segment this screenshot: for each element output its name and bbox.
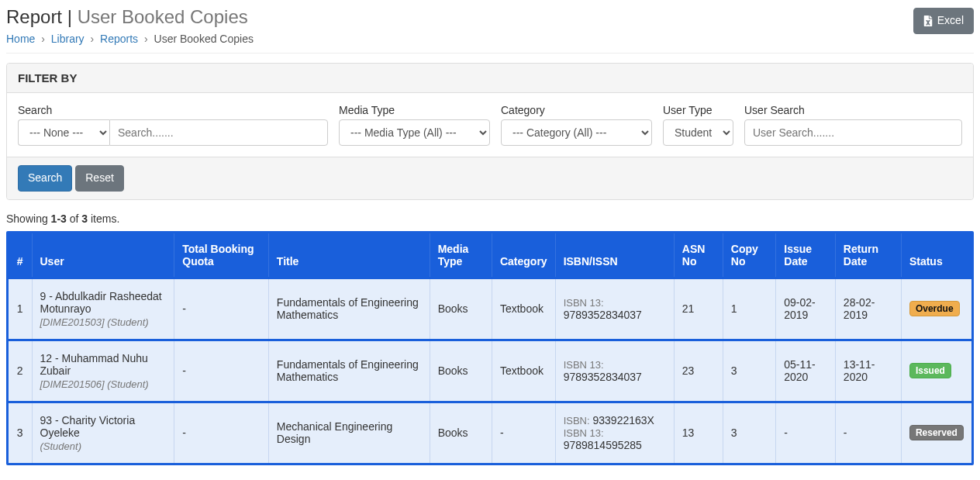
cell-idx: 3 [9,402,32,463]
col-idx[interactable]: # [9,233,32,278]
excel-icon [923,16,933,26]
col-isbn[interactable]: ISBN/ISSN [555,233,674,278]
isbn13-line: ISBN 13: 9789352834037 [564,358,666,383]
search-by-select[interactable]: --- None --- [18,119,109,146]
export-excel-label: Excel [937,13,964,29]
cell-isbn: ISBN 13: 9789352834037 [555,340,674,402]
table-row: 3 93 - Charity Victoria Oyeleke (Student… [9,402,971,463]
filter-panel-heading: FILTER BY [7,64,973,93]
cell-issue: - [776,402,836,463]
col-user[interactable]: User [32,233,174,278]
table-row: 2 12 - Muhammad Nuhu Zubair [DIME201506]… [9,340,971,402]
cell-status: Reserved [901,402,971,463]
isbn-label: ISBN: [564,415,590,426]
isbn13-label: ISBN 13: [564,359,604,371]
export-excel-button[interactable]: Excel [913,8,974,34]
user-name: 12 - Muhammad Nuhu Zubair [40,352,167,377]
user-type-select[interactable]: Student [663,119,733,146]
filter-heading: FILTER BY [18,71,962,85]
isbn13-label: ISBN 13: [564,427,604,439]
search-button[interactable]: Search [18,165,72,192]
media-type-label: Media Type [339,104,490,116]
cell-title: Mechanical Engineering Design [268,402,430,463]
page-title-main: Report [6,6,62,27]
user-meta: [DIME201506] (Student) [40,378,167,390]
cell-isbn: ISBN: 933922163X ISBN 13: 9789814595285 [555,402,674,463]
table-row: 1 9 - Abdulkadir Rasheedat Motunrayo [DI… [9,278,971,340]
cell-quota: - [174,340,269,402]
cell-asn: 21 [674,278,723,340]
col-copy[interactable]: Copy No [723,233,775,278]
cell-asn: 13 [674,402,723,463]
results-summary: Showing 1-3 of 3 items. [6,212,974,225]
cell-title: Fundamentals of Engineering Mathematics [268,278,430,340]
breadcrumb-sep: › [144,33,148,45]
cell-quota: - [174,278,269,340]
cell-media-type: Books [430,278,492,340]
cell-title: Fundamentals of Engineering Mathematics [268,340,430,402]
col-title[interactable]: Title [268,233,430,278]
page-title: Report | User Booked Copies [6,6,254,28]
cell-copy: 3 [723,402,775,463]
breadcrumb-sep: › [91,33,95,45]
user-search-input[interactable] [744,119,962,146]
cell-quota: - [174,402,269,463]
user-name: 9 - Abdulkadir Rasheedat Motunrayo [40,290,167,315]
reset-button[interactable]: Reset [75,165,124,192]
breadcrumb: Home › Library › Reports › User Booked C… [6,31,254,53]
status-badge: Reserved [909,425,964,440]
cell-status: Overdue [901,278,971,340]
col-category[interactable]: Category [492,233,555,278]
category-label: Category [501,104,652,116]
user-meta: (Student) [40,440,167,452]
cell-category: - [492,402,555,463]
breadcrumb-active: User Booked Copies [154,33,254,45]
col-status[interactable]: Status [901,233,971,278]
col-media-type[interactable]: Media Type [430,233,492,278]
cell-return: 13-11-2020 [835,340,901,402]
breadcrumb-library[interactable]: Library [51,33,85,45]
cell-return: 28-02-2019 [835,278,901,340]
cell-isbn: ISBN 13: 9789352834037 [555,278,674,340]
col-return[interactable]: Return Date [835,233,901,278]
cell-user: 12 - Muhammad Nuhu Zubair [DIME201506] (… [32,340,174,402]
breadcrumb-sep: › [41,33,45,45]
user-meta: [DIME201503] (Student) [40,316,167,328]
results-grid: # User Total Booking Quota Title Media T… [6,231,974,465]
breadcrumb-home[interactable]: Home [6,33,35,45]
filter-panel: FILTER BY Search --- None --- Media Type… [6,63,974,200]
breadcrumb-reports[interactable]: Reports [100,33,138,45]
search-input[interactable] [109,119,328,146]
col-quota[interactable]: Total Booking Quota [174,233,269,278]
cell-asn: 23 [674,340,723,402]
cell-category: Textbook [492,278,555,340]
user-name: 93 - Charity Victoria Oyeleke [40,414,167,439]
status-badge: Issued [909,363,951,378]
isbn13-label: ISBN 13: [564,297,604,309]
cell-category: Textbook [492,340,555,402]
status-badge: Overdue [909,301,960,316]
cell-idx: 1 [9,278,32,340]
cell-copy: 3 [723,340,775,402]
cell-return: - [835,402,901,463]
user-type-label: User Type [663,104,733,116]
cell-issue: 05-11-2020 [776,340,836,402]
cell-user: 93 - Charity Victoria Oyeleke (Student) [32,402,174,463]
category-select[interactable]: --- Category (All) --- [501,119,652,146]
cell-user: 9 - Abdulkadir Rasheedat Motunrayo [DIME… [32,278,174,340]
cell-idx: 2 [9,340,32,402]
isbn13-line: ISBN 13: 9789814595285 [564,426,666,451]
col-asn[interactable]: ASN No [674,233,723,278]
cell-copy: 1 [723,278,775,340]
cell-issue: 09-02-2019 [776,278,836,340]
cell-media-type: Books [430,402,492,463]
page-title-sub: User Booked Copies [78,6,248,27]
media-type-select[interactable]: --- Media Type (All) --- [339,119,490,146]
cell-media-type: Books [430,340,492,402]
isbn13-line: ISBN 13: 9789352834037 [564,296,666,321]
col-issue[interactable]: Issue Date [776,233,836,278]
cell-status: Issued [901,340,971,402]
user-search-label: User Search [744,104,962,116]
isbn-line: ISBN: 933922163X [564,414,666,426]
page-title-sep: | [62,6,78,27]
